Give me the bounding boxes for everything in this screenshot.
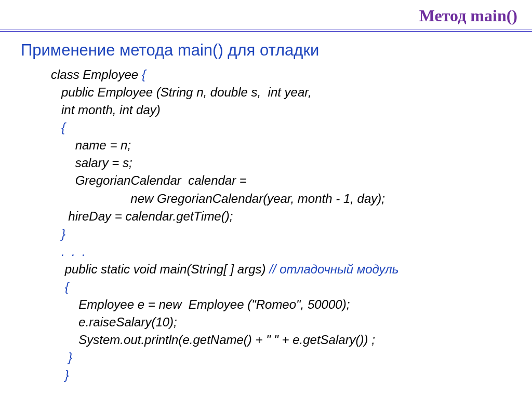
code-line-11: . . . [51,244,86,258]
code-line-8: new GregorianCalendar(year, month - 1, d… [51,191,385,205]
code-line-2: public Employee (String n, double s, int… [51,85,312,99]
code-line-18: } [51,368,69,382]
code-line-9: hireDay = calendar.getTime(); [51,209,233,223]
code-line-4: { [51,120,65,134]
slide-content: Применение метода main() для отладки cla… [0,41,532,384]
header-divider [0,30,532,32]
code-line-1: class Employee [51,67,138,81]
code-line-5: name = n; [51,138,131,152]
code-line-16: System.out.println(e.getName() + " " + e… [51,333,375,347]
code-line-7: GregorianCalendar calendar = [51,173,247,187]
code-block: class Employee { public Employee (String… [21,66,511,384]
slide-title: Метод main() [419,6,517,25]
code-line-14: Employee e = new Employee ("Romeo", 5000… [51,297,350,311]
code-line-3: int month, int day) [51,103,161,117]
section-title: Применение метода main() для отладки [21,41,511,60]
code-brace-open: { [138,67,146,81]
code-line-17: } [51,350,72,364]
code-line-10: } [51,227,65,241]
code-line-13: { [51,280,69,294]
slide-header: Метод main() [0,0,532,30]
code-line-12a: public static void main(String[ ] args) [51,262,269,276]
code-line-6: salary = s; [51,156,132,170]
code-line-15: e.raiseSalary(10); [51,315,177,329]
code-comment: // отладочный модуль [269,262,398,276]
